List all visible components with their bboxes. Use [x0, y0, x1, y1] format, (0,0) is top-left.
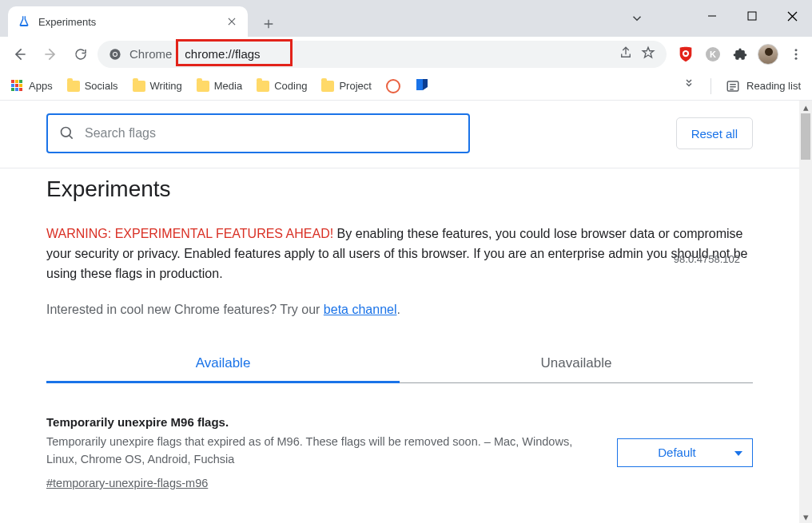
browser-tab[interactable]: Experiments	[8, 6, 248, 37]
bookmark-label: Writing	[150, 80, 182, 92]
search-input[interactable]	[85, 126, 457, 141]
new-tab-button[interactable]	[256, 11, 281, 37]
flask-icon	[18, 15, 30, 28]
toolbar: Chrome chrome://flags K	[0, 37, 812, 72]
minimize-button[interactable]	[692, 0, 732, 32]
back-button[interactable]	[6, 41, 34, 68]
ublock-icon[interactable]	[676, 45, 695, 64]
extensions-puzzle-icon[interactable]	[730, 45, 750, 64]
scroll-up-icon[interactable]: ▴	[799, 101, 812, 113]
bookmark-item[interactable]	[415, 77, 429, 94]
folder-icon	[67, 81, 80, 92]
chrome-icon	[109, 48, 121, 61]
beta-channel-link[interactable]: beta channel	[324, 303, 397, 316]
folder-icon	[257, 81, 269, 92]
beta-prompt: Interested in cool new Chrome features? …	[46, 303, 753, 317]
share-icon[interactable]	[619, 46, 633, 62]
tab-unavailable[interactable]: Unavailable	[400, 344, 753, 383]
annotation-highlight	[176, 39, 293, 66]
apps-shortcut[interactable]: Apps	[11, 80, 53, 93]
svg-point-10	[795, 57, 798, 59]
scroll-down-icon[interactable]: ▾	[799, 510, 812, 523]
apps-label: Apps	[29, 80, 53, 92]
reading-list-label: Reading list	[746, 80, 801, 92]
scrollbar[interactable]: ▴ ▾	[799, 101, 812, 523]
svg-point-9	[795, 53, 798, 55]
reading-list-button[interactable]: Reading list	[726, 79, 801, 93]
search-flags-field[interactable]	[46, 113, 470, 153]
bookmark-folder-project[interactable]: Project	[321, 80, 371, 92]
warning-prefix: WARNING: EXPERIMENTAL FEATURES AHEAD!	[46, 227, 333, 240]
bookmark-star-icon[interactable]	[641, 46, 655, 62]
beta-text: Interested in cool new Chrome features? …	[46, 303, 324, 316]
maximize-button[interactable]	[732, 0, 772, 32]
flag-entry: Temporarily unexpire M96 flags. Temporar…	[46, 415, 753, 489]
bookmark-label: Media	[214, 80, 242, 92]
bookmark-overflow-icon[interactable]	[682, 77, 696, 94]
bookmark-folder-media[interactable]: Media	[197, 80, 242, 92]
folder-icon	[197, 81, 209, 92]
bookmark-folder-writing[interactable]: Writing	[133, 80, 182, 92]
flags-tabs: Available Unavailable	[46, 344, 753, 383]
svg-rect-0	[748, 12, 756, 20]
bookmark-label: Project	[339, 80, 371, 92]
extension-k-icon[interactable]: K	[703, 45, 722, 64]
address-bar[interactable]: Chrome chrome://flags	[98, 41, 667, 68]
page-viewport: ▴ ▾ Reset all Experiments 98.0.4758.102 …	[0, 101, 812, 523]
bookmark-item[interactable]	[386, 79, 400, 93]
url-scheme-label: Chrome	[129, 47, 172, 61]
bookmark-folder-coding[interactable]: Coding	[257, 80, 307, 92]
search-icon	[59, 125, 75, 141]
tab-strip: Experiments	[0, 0, 812, 37]
svg-point-3	[113, 53, 117, 56]
bookmark-label: Coding	[274, 80, 307, 92]
forward-button[interactable]	[37, 41, 64, 68]
page-title: Experiments	[46, 176, 753, 202]
chrome-menu-icon[interactable]	[786, 45, 806, 64]
site-icon	[415, 77, 429, 94]
profile-avatar[interactable]	[758, 44, 778, 65]
tab-search-icon[interactable]	[630, 11, 644, 28]
apps-grid-icon	[11, 80, 24, 93]
svg-point-12	[62, 128, 71, 137]
flag-select[interactable]: Default	[617, 438, 753, 467]
site-icon	[386, 79, 400, 93]
version-label: 98.0.4758.102	[674, 253, 740, 265]
svg-point-8	[795, 49, 798, 51]
tab-title: Experiments	[38, 16, 225, 28]
extension-icons: K	[676, 44, 806, 65]
svg-point-5	[684, 52, 687, 55]
window-controls	[692, 0, 812, 32]
reading-list-icon	[726, 79, 740, 93]
svg-text:K: K	[710, 50, 716, 59]
flag-permalink[interactable]: #temporary-unexpire-flags-m96	[46, 477, 208, 489]
bookmark-label: Socials	[85, 80, 118, 92]
close-tab-icon[interactable]	[225, 15, 238, 28]
bookmark-folder-socials[interactable]: Socials	[67, 80, 118, 92]
flag-description: Temporarily unexpire flags that expired …	[46, 434, 601, 469]
close-window-button[interactable]	[772, 0, 812, 32]
scrollbar-thumb[interactable]	[801, 113, 810, 160]
tab-available[interactable]: Available	[46, 344, 400, 383]
warning-text: WARNING: EXPERIMENTAL FEATURES AHEAD! By…	[46, 224, 753, 283]
reset-all-button[interactable]: Reset all	[676, 117, 753, 149]
bookmarks-bar: Apps Socials Writing Media Coding Projec…	[0, 72, 812, 101]
flag-title: Temporarily unexpire M96 flags.	[46, 415, 601, 429]
reload-button[interactable]	[67, 41, 94, 68]
folder-icon	[321, 81, 334, 92]
folder-icon	[133, 81, 145, 92]
flag-select-value: Default	[658, 446, 696, 459]
